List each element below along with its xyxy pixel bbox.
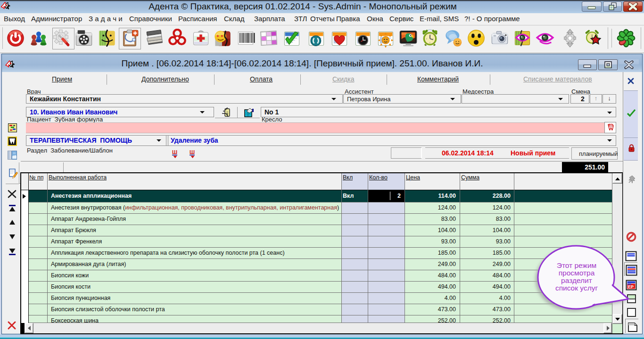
svg-text:список услуг: список услуг (555, 284, 598, 292)
svg-text:Ш: Ш (190, 149, 195, 155)
svg-text:12: 12 (429, 34, 431, 36)
svg-text:Ш: Ш (172, 149, 177, 155)
svg-text:разделит: разделит (561, 276, 592, 284)
svg-text:Этот режим: Этот режим (557, 261, 597, 269)
svg-text:9: 9 (426, 38, 427, 40)
svg-text:3: 3 (432, 38, 433, 40)
svg-text:просмотра: просмотра (559, 269, 595, 277)
svg-text:6: 6 (429, 42, 430, 44)
